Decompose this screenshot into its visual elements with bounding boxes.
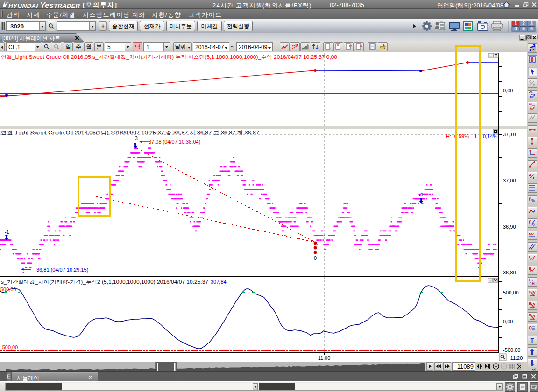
svg-text:E: E <box>529 301 531 306</box>
svg-text:D: D <box>529 290 531 294</box>
svg-text:37,00: 37,00 <box>503 178 516 183</box>
svg-text:L: L <box>529 278 531 282</box>
svg-text:500,00: 500,00 <box>0 287 16 292</box>
svg-text:T: T <box>531 337 534 344</box>
svg-text:0,14%: 0,14% <box>483 133 497 139</box>
svg-text:H: H <box>532 281 535 286</box>
svg-text:36,80: 36,80 <box>503 270 516 275</box>
svg-text:2: 2 <box>522 21 525 26</box>
svg-text:s_기간절대값_차이(거래량-가격)_누적2 (5,1,1: s_기간절대값_차이(거래량-가격)_누적2 (5,1,1000,1000,10… <box>1 279 208 285</box>
svg-text:5: 5 <box>522 26 525 31</box>
svg-text:C: C <box>529 80 531 83</box>
svg-text:36,90: 36,90 <box>503 224 516 230</box>
svg-text:37,08 (04/07 10:38:04): 37,08 (04/07 10:38:04) <box>149 139 200 145</box>
svg-text:R: R <box>529 313 531 317</box>
svg-text:-3: -3 <box>133 135 138 141</box>
svg-text:P: P <box>533 83 535 86</box>
svg-text:1: 1 <box>514 21 517 26</box>
svg-text:%: % <box>531 198 535 203</box>
svg-text:-500,00: -500,00 <box>503 347 520 353</box>
svg-text:500,00: 500,00 <box>503 290 519 295</box>
svg-text:All: All <box>529 103 533 106</box>
svg-text:4: 4 <box>514 26 517 31</box>
svg-text:f: f <box>529 220 531 224</box>
svg-text:0,00: 0,00 <box>503 88 513 93</box>
svg-text:37,10: 37,10 <box>503 132 516 137</box>
svg-text:-500,00: -500,00 <box>0 344 18 350</box>
svg-text:f/R: f/R <box>529 232 534 236</box>
svg-text:연결_Light Sweet Crude Oil 2016,: 연결_Light Sweet Crude Oil 2016,05(1틱) 201… <box>1 130 259 135</box>
svg-text:R: R <box>349 44 352 48</box>
svg-text:T: T <box>532 176 535 180</box>
svg-text:0,00: 0,00 <box>503 319 513 324</box>
svg-text:3: 3 <box>530 21 533 26</box>
svg-text:Q: Q <box>529 325 532 330</box>
svg-text:연결_Light Sweet Crude Oil 2016,: 연결_Light Sweet Crude Oil 2016,05 s_기간절대값… <box>1 54 337 60</box>
svg-text:11:20: 11:20 <box>510 355 523 361</box>
svg-text:0: 0 <box>314 255 317 261</box>
svg-text:36,81 (04/07 10:29:15): 36,81 (04/07 10:29:15) <box>36 267 88 273</box>
svg-text:f: f <box>529 197 531 202</box>
svg-text:11:00: 11:00 <box>318 355 331 361</box>
svg-text:B: B <box>360 44 362 48</box>
svg-text:6: 6 <box>530 26 533 31</box>
svg-text:-1: -1 <box>5 229 9 235</box>
svg-text:307,84: 307,84 <box>211 279 227 285</box>
svg-text:-1: -1 <box>419 192 424 197</box>
